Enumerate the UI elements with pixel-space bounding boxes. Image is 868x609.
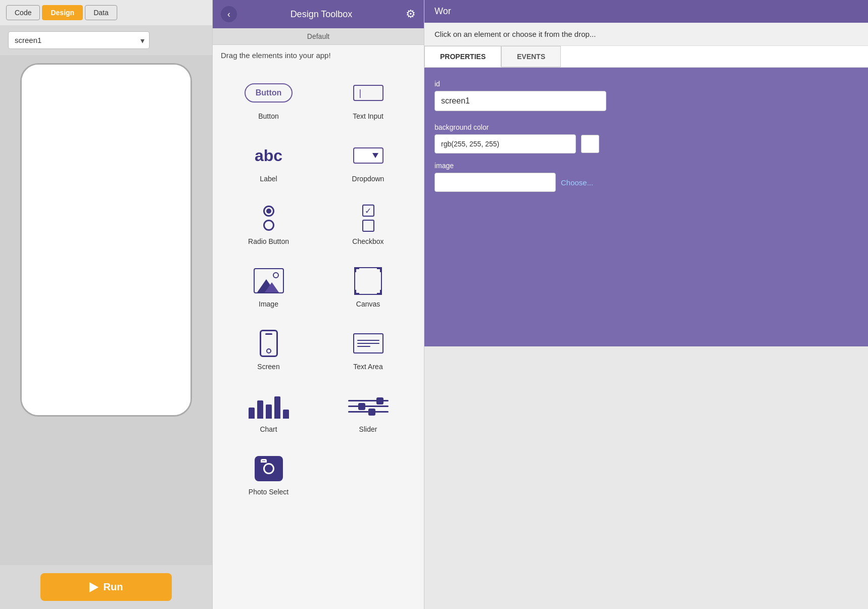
photo-select-label: Photo Select [249,488,288,496]
toolbox-subtitle: Drag the elements into your app! [213,45,424,66]
right-workspace [424,346,868,609]
right-panel: Wor Click on an element or choose it fro… [424,0,868,609]
top-tabs: Code Design Data [0,0,212,25]
tool-image[interactable]: Image [221,258,316,316]
run-label: Run [104,581,123,593]
toolbox-title: Design Toolbox [291,9,353,20]
slider-row-3 [348,411,389,413]
bg-color-input-row [435,134,858,154]
bg-color-input[interactable] [435,134,576,154]
choose-link[interactable]: Choose... [561,178,593,187]
color-swatch[interactable] [581,135,599,153]
image-label: Image [259,300,278,308]
button-icon: Button [254,78,284,108]
canvas-label: Canvas [356,300,380,308]
dropdown-icon [353,140,383,171]
radio-empty [263,220,274,231]
tab-properties[interactable]: PROPERTIES [424,46,501,67]
slider-track-3 [348,411,389,413]
tab-code[interactable]: Code [6,5,40,20]
slider-icon-shape [348,400,389,413]
screen-label: Screen [257,363,279,371]
tool-radio-button[interactable]: Radio Button [221,195,316,253]
properties-body: id background color image Choose... [424,68,868,346]
sun [273,272,279,278]
screen-home-btn [266,348,271,353]
tab-design[interactable]: Design [42,5,83,20]
run-btn-area: Run [0,565,212,609]
tool-photo-select[interactable]: Photo Select [221,445,316,504]
dropdown-icon-shape [353,147,383,164]
id-section: id [435,76,858,115]
chart-icon-shape [249,393,289,419]
id-label: id [435,80,858,88]
tool-button[interactable]: Button Button [221,70,316,128]
tool-checkbox[interactable]: ✓ Checkbox [320,195,416,253]
tool-slider[interactable]: Slider [320,383,416,441]
tool-text-input[interactable]: Text Input [320,70,416,128]
toolbox-back-button[interactable]: ‹ [221,6,237,22]
slider-thumb-2 [358,403,365,410]
bg-color-section: background color [435,123,858,154]
textarea-line-2 [357,343,379,344]
slider-row-1 [348,400,389,401]
text-input-label: Text Input [353,112,383,120]
button-label: Button [258,112,278,120]
chart-bar-5 [283,410,289,419]
button-icon-shape: Button [245,83,293,103]
slider-icon [353,391,383,421]
chart-bar-2 [257,400,263,419]
checkbox-checked: ✓ [362,205,374,217]
radio-icon-shape [263,206,274,231]
tool-canvas[interactable]: Canvas [320,258,416,316]
image-section: image Choose... [435,162,858,192]
phone-screen [22,65,190,415]
screen-selector-wrapper: screen1 [8,31,150,49]
canvas-corner-tr [377,267,382,272]
screen-selector[interactable]: screen1 [8,31,150,49]
slider-row-2 [348,405,389,407]
chart-label: Chart [260,425,277,433]
tab-events[interactable]: EVENTS [501,46,561,67]
text-input-icon-shape [353,85,383,101]
screen-icon [254,328,284,359]
toolbox-header: ‹ Design Toolbox ⚙ [213,0,424,28]
checkbox-icon: ✓ [353,203,383,233]
screen-icon-shape [260,330,278,357]
chart-icon [254,391,284,421]
properties-tabs: PROPERTIES EVENTS [424,46,868,68]
id-input[interactable] [435,91,606,111]
checkbox-empty [362,220,374,232]
tool-label[interactable]: abc Label [221,132,316,191]
text-area-icon [353,328,383,359]
tool-dropdown[interactable]: Dropdown [320,132,416,191]
text-area-label: Text Area [353,363,382,371]
chart-bar-3 [266,404,272,419]
label-icon: abc [254,140,284,171]
textarea-icon-shape [353,333,383,353]
screen-selector-area: screen1 [0,25,212,55]
run-button[interactable]: Run [40,573,172,601]
image-label: image [435,162,858,170]
image-icon-shape [254,268,284,293]
image-input[interactable] [435,173,556,192]
photo-select-icon-shape [255,456,283,481]
dropdown-label: Dropdown [352,175,384,183]
checkbox-icon-shape: ✓ [362,205,374,232]
phone-grip [191,234,192,245]
canvas-corner-bl [354,290,359,295]
tool-chart[interactable]: Chart [221,383,316,441]
toolbox-gear-button[interactable]: ⚙ [406,8,416,21]
toolbox-grid: Button Button Text Input abc Label [213,66,424,508]
camera-lens [263,463,274,474]
grip-dot-2 [191,241,192,245]
tool-screen[interactable]: Screen [221,320,316,379]
workspace-label: Wor [435,6,451,16]
tab-data[interactable]: Data [85,5,117,20]
photo-select-icon [254,453,284,484]
screen-body [260,330,278,357]
radio-button-label: Radio Button [248,237,289,245]
textarea-line-1 [357,340,379,341]
tool-text-area[interactable]: Text Area [320,320,416,379]
slider-thumb-3 [368,409,375,416]
